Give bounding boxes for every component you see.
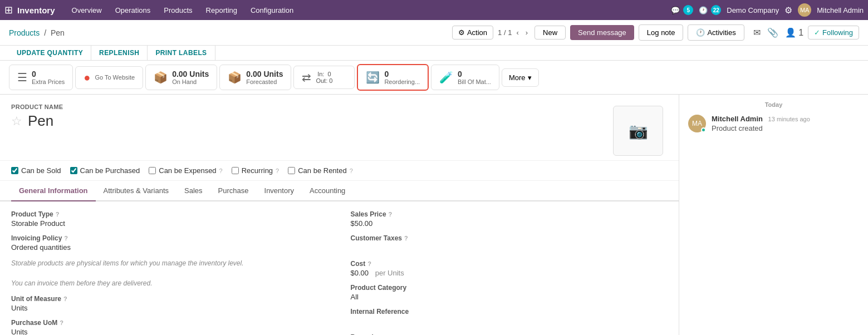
- product-image-placeholder[interactable]: 📷: [629, 122, 648, 140]
- reorder-icon: 🔄: [366, 71, 380, 84]
- checkboxes-row: Can be Sold Can be Purchased Can be Expe…: [0, 161, 679, 181]
- main-layout: Product Name ☆ Pen 📷 Can be Sold Can be …: [0, 95, 868, 335]
- online-indicator: [701, 127, 706, 132]
- product-type-field: Product Type ? Storable Product: [11, 210, 328, 228]
- user-follow-icon[interactable]: 👤 1: [785, 27, 803, 38]
- nav-reporting[interactable]: Reporting: [200, 4, 243, 17]
- in-out-stat-btn[interactable]: ⇄ In: 0 Out: 0: [293, 66, 355, 89]
- product-type-value[interactable]: Storable Product: [11, 219, 328, 228]
- chevron-down-icon: ▾: [528, 73, 532, 82]
- action-button[interactable]: ⚙ Action: [452, 26, 493, 40]
- sales-price-value[interactable]: $50.00: [351, 219, 668, 228]
- chatter-message-text: Product created: [712, 124, 859, 132]
- help-icon-uom[interactable]: ?: [63, 295, 67, 302]
- smart-action-bar: UPDATE QUANTITY REPLENISH PRINT LABELS: [0, 46, 868, 61]
- next-record-btn[interactable]: ›: [523, 27, 530, 38]
- invoicing-policy-value[interactable]: Ordered quantities: [11, 243, 328, 252]
- print-labels-button[interactable]: PRINT LABELS: [148, 46, 215, 60]
- reordering-num: 0: [384, 70, 389, 78]
- units-on-hand-stat-btn[interactable]: 📦 0.00 Units On Hand: [145, 65, 217, 90]
- product-title[interactable]: Pen: [28, 112, 53, 130]
- tab-accounting[interactable]: Accounting: [302, 181, 353, 201]
- bom-num: 0: [458, 70, 462, 78]
- activities-button[interactable]: 🕐 Activities: [688, 24, 744, 41]
- prev-record-btn[interactable]: ‹: [514, 27, 521, 38]
- chatter-time: 13 minutes ago: [768, 116, 810, 122]
- customer-taxes-field: Customer Taxes ?: [351, 234, 668, 253]
- nav-products[interactable]: Products: [158, 4, 198, 17]
- internal-reference-value[interactable]: [351, 317, 668, 327]
- clock-icon-btn[interactable]: 🕐 22: [699, 5, 721, 15]
- product-name-label: Product Name: [11, 104, 63, 110]
- new-button[interactable]: New: [534, 26, 566, 40]
- purchase-uom-field: Purchase UoM ? Units: [11, 319, 328, 335]
- chatter-panel: Today MA Mitchell Admin 13 minutes ago P…: [679, 95, 868, 335]
- unit-of-measure-value[interactable]: Units: [11, 304, 328, 312]
- update-quantity-button[interactable]: UPDATE QUANTITY: [9, 46, 91, 60]
- tab-attributes-variants[interactable]: Attributes & Variants: [96, 181, 177, 201]
- gear-icon: ⚙: [458, 28, 465, 37]
- breadcrumb-sep: /: [44, 28, 46, 37]
- extra-prices-label: Extra Prices: [32, 78, 65, 85]
- cost-value[interactable]: $0.00 per Units: [351, 269, 668, 277]
- user-name[interactable]: Mitchell Admin: [817, 6, 864, 14]
- go-to-website-stat-btn[interactable]: ● Go To Website: [75, 66, 143, 89]
- wrench-icon[interactable]: ⚙: [784, 5, 792, 16]
- chat-icon-btn[interactable]: 💬 5: [671, 5, 693, 15]
- bom-icon: 🧪: [439, 71, 453, 84]
- help-icon-product-type[interactable]: ?: [56, 211, 60, 218]
- chat-icon: 💬: [671, 6, 680, 14]
- purchase-uom-value[interactable]: Units: [11, 328, 328, 335]
- go-to-website-label: Go To Website: [95, 74, 135, 81]
- forecasted-icon: 📦: [228, 71, 242, 84]
- tab-general-information[interactable]: General Information: [11, 181, 96, 201]
- clock-activities-icon: 🕐: [696, 28, 705, 37]
- breadcrumb-parent[interactable]: Products: [9, 28, 40, 37]
- tab-purchase[interactable]: Purchase: [210, 181, 257, 201]
- help-icon-sales-price[interactable]: ?: [389, 211, 393, 218]
- can-be-sold-checkbox[interactable]: Can be Sold: [11, 166, 61, 175]
- website-icon: ●: [84, 71, 90, 84]
- bom-label: Bill Of Mat...: [458, 78, 491, 85]
- recurring-checkbox[interactable]: Recurring ?: [232, 166, 279, 175]
- extra-prices-stat-btn[interactable]: ☰ 0 Extra Prices: [9, 65, 73, 90]
- units-forecasted-stat-btn[interactable]: 📦 0.00 Units Forecasted: [219, 65, 291, 90]
- replenish-button[interactable]: REPLENISH: [91, 46, 148, 60]
- reordering-stat-btn[interactable]: 🔄 0 Reordering...: [357, 64, 429, 91]
- nav-overview[interactable]: Overview: [66, 4, 107, 17]
- can-be-expensed-checkbox[interactable]: Can be Expensed ?: [149, 166, 222, 175]
- help-icon-cost[interactable]: ?: [367, 260, 371, 267]
- checkmark-icon: ✓: [814, 28, 820, 37]
- chatter-content: Mitchell Admin 13 minutes ago Product cr…: [712, 115, 859, 132]
- nav-operations[interactable]: Operations: [110, 4, 156, 17]
- help-icon-invoicing[interactable]: ?: [64, 235, 68, 242]
- following-button[interactable]: ✓ Following: [808, 26, 859, 40]
- chatter-avatar: MA: [688, 115, 706, 132]
- product-category-value[interactable]: All: [351, 293, 668, 301]
- app-name: Inventory: [17, 6, 55, 15]
- tab-inventory[interactable]: Inventory: [257, 181, 302, 201]
- more-button[interactable]: More ▾: [502, 68, 539, 87]
- send-message-button[interactable]: Send message: [570, 25, 634, 40]
- app-grid-icon[interactable]: ⊞: [4, 4, 13, 16]
- tab-sales[interactable]: Sales: [176, 181, 210, 201]
- envelope-icon[interactable]: ✉: [753, 27, 761, 38]
- favorite-star-icon[interactable]: ☆: [11, 114, 22, 129]
- help-icon-recurring: ?: [276, 168, 279, 174]
- on-hand-label: On Hand: [172, 78, 197, 85]
- paperclip-icon[interactable]: 📎: [767, 27, 778, 38]
- help-icon-rented: ?: [350, 168, 353, 174]
- can-be-rented-checkbox[interactable]: Can be Rented ?: [288, 166, 353, 175]
- log-note-button[interactable]: Log note: [639, 24, 684, 41]
- form-fields: Product Type ? Storable Product Invoicin…: [0, 201, 679, 335]
- help-icon-taxes[interactable]: ?: [404, 235, 408, 242]
- cost-field: Cost ? $0.00 per Units: [351, 260, 668, 277]
- invoicing-description-field: Storable products are physical items for…: [11, 258, 328, 288]
- bill-of-mat-stat-btn[interactable]: 🧪 0 Bill Of Mat...: [431, 65, 499, 90]
- help-icon-purchase-uom[interactable]: ?: [60, 319, 63, 326]
- can-be-purchased-checkbox[interactable]: Can be Purchased: [70, 166, 140, 175]
- form-header: Product Name ☆ Pen 📷: [0, 95, 679, 161]
- user-avatar: MA: [798, 3, 811, 17]
- nav-configuration[interactable]: Configuration: [245, 4, 299, 17]
- customer-taxes-value[interactable]: [351, 243, 668, 253]
